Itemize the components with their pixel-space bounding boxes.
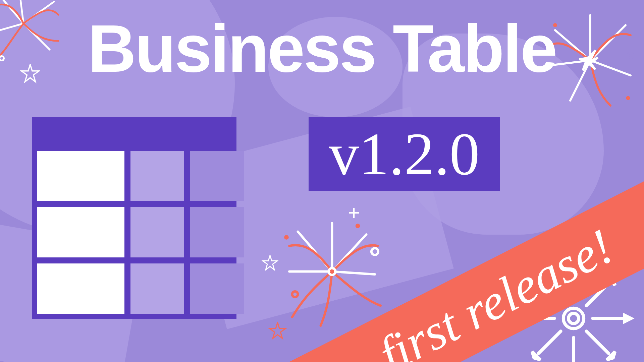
table-icon: [32, 117, 236, 315]
banner-canvas: Business Table v1.2.0: [0, 0, 644, 362]
star-icon: [268, 322, 287, 340]
svg-point-11: [569, 313, 579, 323]
version-badge: v1.2.0: [309, 117, 500, 191]
banner-title: Business Table: [0, 10, 644, 87]
svg-point-12: [564, 308, 584, 329]
svg-point-4: [626, 96, 630, 100]
